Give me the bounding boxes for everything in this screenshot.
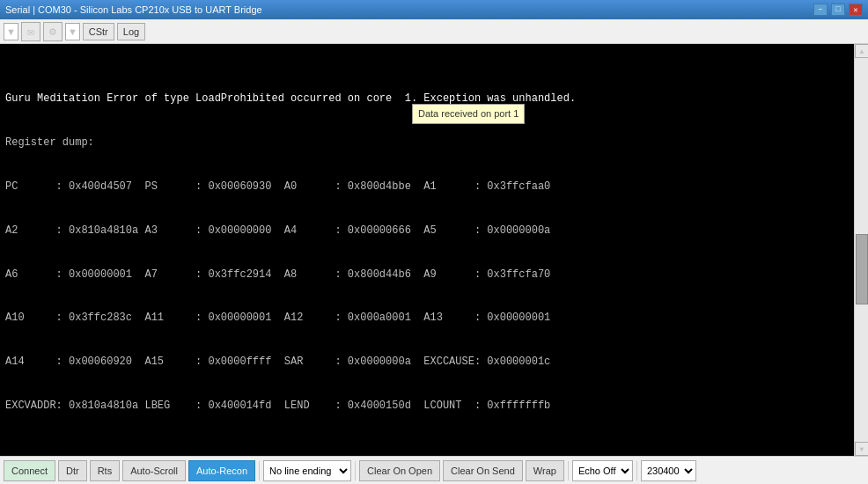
rts-button[interactable]: Rts (90, 460, 121, 481)
title-bar: Serial | COM30 - Silicon Labs CP210x USB… (0, 0, 868, 19)
email-icon: ✉ (27, 25, 34, 39)
title-text: Serial | COM30 - Silicon Labs CP210x USB… (5, 4, 262, 15)
separator (259, 461, 260, 480)
log-button[interactable]: Log (117, 23, 145, 40)
scroll-down-button[interactable]: ▼ (855, 442, 868, 456)
terminal-line: EXCVADDR: 0x810a4810a LBEG : 0x400014fd … (5, 399, 849, 413)
close-button[interactable]: ✕ (849, 4, 863, 16)
top-toolbar: ▼ ✉ ⚙ ▼ CStr Log (0, 19, 868, 44)
echo-select[interactable]: Echo Off Echo On (572, 460, 633, 481)
cstr-button[interactable]: CStr (83, 23, 114, 40)
clear-on-open-button[interactable]: Clear On Open (359, 460, 440, 481)
terminal-line: A14 : 0x00060920 A15 : 0x0000ffff SAR : … (5, 355, 849, 369)
auto-scroll-button[interactable]: Auto-Scroll (122, 460, 186, 481)
separator (355, 461, 356, 480)
terminal-line: A10 : 0x3ffc283c A11 : 0x00000001 A12 : … (5, 311, 849, 325)
terminal-line (5, 443, 849, 456)
scroll-thumb[interactable] (856, 234, 868, 304)
scroll-up-button[interactable]: ▲ (855, 44, 868, 58)
minimize-button[interactable]: – (813, 4, 828, 16)
terminal-output: Data received on port 1 Guru Meditation … (0, 44, 854, 456)
port-dropdown-label: ▼ (6, 26, 16, 37)
wrap-button[interactable]: Wrap (526, 460, 564, 481)
gear-icon: ⚙ (49, 25, 56, 39)
connect-button[interactable]: Connect (4, 460, 55, 481)
port-dropdown[interactable]: ▼ (4, 23, 18, 40)
baud-rate-select[interactable]: 230400 115200 57600 38400 19200 9600 (641, 460, 696, 481)
terminal-line: A2 : 0x810a4810a A3 : 0x00000000 A4 : 0x… (5, 224, 849, 238)
view-dropdown[interactable]: ▼ (65, 23, 80, 40)
scroll-track (855, 58, 868, 442)
maximize-button[interactable]: □ (831, 4, 845, 16)
terminal-line: A6 : 0x00000001 A7 : 0x3ffc2914 A8 : 0x8… (5, 268, 849, 282)
separator (636, 461, 637, 480)
line-ending-select[interactable]: No line ending Newline Carriage return B… (263, 460, 351, 481)
vertical-scrollbar[interactable]: ▲ ▼ (854, 44, 868, 456)
main-content: Data received on port 1 Guru Meditation … (0, 44, 868, 456)
bottom-toolbar: Connect Dtr Rts Auto-Scroll Auto-Recon N… (0, 456, 868, 484)
auto-recon-button[interactable]: Auto-Recon (188, 460, 255, 481)
title-controls: – □ ✕ (813, 4, 863, 16)
gear-icon-button[interactable]: ⚙ (43, 22, 63, 41)
dtr-button[interactable]: Dtr (58, 460, 87, 481)
separator (568, 461, 569, 480)
tooltip: Data received on port 1 (412, 104, 525, 124)
terminal-line: Register dump: (5, 136, 849, 150)
view-dropdown-arrow: ▼ (68, 26, 77, 37)
email-icon-button[interactable]: ✉ (21, 22, 40, 41)
terminal-line: PC : 0x400d4507 PS : 0x00060930 A0 : 0x8… (5, 180, 849, 194)
clear-on-send-button[interactable]: Clear On Send (443, 460, 523, 481)
